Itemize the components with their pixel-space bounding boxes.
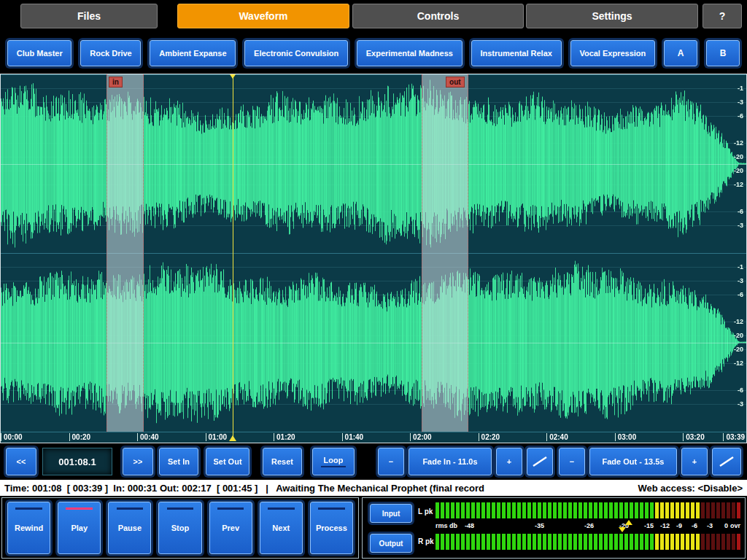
- meter-scale-label: 0: [724, 522, 728, 529]
- meter-segment: [655, 502, 659, 518]
- meter-segment: [650, 534, 654, 550]
- player-button-prev[interactable]: Prev: [209, 502, 252, 554]
- player-controls: RewindPlayPauseStopPrevNextProcess: [1, 497, 359, 559]
- set-in-button[interactable]: Set In: [159, 448, 198, 475]
- preset-instrumental-relax[interactable]: Instrumental Relax: [471, 40, 562, 66]
- meter-segment: [497, 534, 500, 550]
- out-marker-label[interactable]: out: [446, 77, 465, 88]
- left-peak-label: L pk: [418, 508, 433, 516]
- fade-in-increase-button[interactable]: +: [496, 448, 522, 475]
- preset-slot-b-button[interactable]: B: [706, 40, 740, 66]
- web-access-status[interactable]: Web access: <Disable>: [638, 483, 743, 494]
- preset-experimental-madness[interactable]: Experimental Madness: [357, 40, 462, 66]
- meter-segment: [599, 502, 603, 518]
- meter-segment: [512, 534, 516, 550]
- right-level-meter: [436, 534, 742, 550]
- meter-segment: [502, 534, 506, 550]
- loop-label: Loop: [324, 456, 344, 464]
- meter-segment: [676, 534, 679, 550]
- reset-button[interactable]: Reset: [263, 448, 302, 475]
- slope-icon: [532, 455, 548, 468]
- meter-segment: [492, 502, 495, 518]
- output-meter-button[interactable]: Output: [370, 534, 412, 553]
- player-button-rewind[interactable]: Rewind: [7, 502, 50, 554]
- meter-segment: [645, 534, 649, 550]
- meter-segment: [630, 534, 633, 550]
- meter-segment: [568, 502, 572, 518]
- player-button-stop[interactable]: Stop: [158, 502, 201, 554]
- meter-segment: [599, 534, 603, 550]
- meter-segment: [706, 502, 710, 518]
- preset-bar: Club Master Rock Drive Ambient Expanse E…: [0, 32, 747, 74]
- fade-in-button[interactable]: Fade In - 11.0s: [409, 448, 492, 475]
- meter-segment: [686, 534, 689, 550]
- tab-waveform[interactable]: Waveform: [177, 4, 349, 28]
- help-button[interactable]: ?: [703, 4, 742, 28]
- fade-out-slope-button[interactable]: [712, 448, 741, 475]
- preset-slot-a-button[interactable]: A: [664, 40, 697, 66]
- player-label: Prev: [210, 502, 252, 553]
- slope-icon: [719, 455, 735, 468]
- player-button-process[interactable]: Process: [310, 502, 353, 554]
- edit-toolbar: << 001:08.1 >> Set In Set Out Reset Loop…: [0, 443, 747, 480]
- player-button-next[interactable]: Next: [260, 502, 303, 554]
- meter-segment: [441, 534, 444, 550]
- meter-segment: [681, 502, 684, 518]
- meter-scale-label: -48: [465, 522, 474, 529]
- right-peak-marker-icon: [619, 527, 626, 532]
- level-meters-panel: Input Output L pk R pk rms db-48-35-26-2…: [362, 497, 746, 559]
- meter-segment: [727, 502, 730, 518]
- meter-segment: [512, 502, 516, 518]
- preset-electronic-convulsion[interactable]: Electronic Convulsion: [244, 40, 348, 66]
- meter-segment: [681, 534, 684, 550]
- preset-ambient-expanse[interactable]: Ambient Expanse: [150, 40, 236, 66]
- fade-out-region[interactable]: [422, 74, 468, 432]
- meter-segment: [538, 534, 541, 550]
- meter-scale-label: -15: [644, 522, 654, 529]
- input-meter-button[interactable]: Input: [370, 504, 412, 523]
- bottom-panel: RewindPlayPauseStopPrevNextProcess Input…: [0, 497, 747, 559]
- meter-segment: [517, 502, 521, 518]
- in-marker-label[interactable]: in: [109, 77, 123, 88]
- loop-button[interactable]: Loop: [312, 448, 355, 475]
- preset-club-master[interactable]: Club Master: [7, 40, 71, 66]
- fade-in-slope-button[interactable]: [527, 448, 553, 475]
- meter-segment: [696, 534, 700, 550]
- meter-segment: [507, 534, 511, 550]
- fade-out-decrease-button[interactable]: −: [559, 448, 585, 475]
- preset-vocal-expression[interactable]: Vocal Expression: [570, 40, 655, 66]
- meter-segment: [522, 534, 526, 550]
- meter-segment: [578, 502, 582, 518]
- playhead[interactable]: [233, 74, 233, 441]
- left-level-meter: [436, 502, 742, 518]
- tab-files[interactable]: Files: [20, 4, 158, 28]
- tab-settings[interactable]: Settings: [526, 4, 698, 28]
- meter-segment: [589, 534, 592, 550]
- meter-segment: [553, 534, 557, 550]
- preset-rock-drive[interactable]: Rock Drive: [80, 40, 141, 66]
- meter-segment: [466, 502, 470, 518]
- meter-scale-title: rms db: [436, 522, 457, 529]
- player-button-pause[interactable]: Pause: [108, 502, 151, 554]
- meter-segment: [553, 502, 557, 518]
- meter-segment: [619, 502, 623, 518]
- fade-in-decrease-button[interactable]: −: [378, 448, 404, 475]
- waveform-display[interactable]: in out -1-3-6-12-20-20-12-6-3-1-3-6-12-2…: [0, 74, 747, 443]
- seek-back-button[interactable]: <<: [6, 448, 36, 475]
- meter-segment: [609, 534, 613, 550]
- tab-controls[interactable]: Controls: [352, 4, 524, 28]
- meter-scale-label: ovr: [730, 522, 740, 529]
- meter-segment: [696, 502, 700, 518]
- seek-forward-button[interactable]: >>: [123, 448, 153, 475]
- set-out-button[interactable]: Set Out: [206, 448, 249, 475]
- meter-segment: [517, 534, 521, 550]
- meter-segment: [640, 534, 643, 550]
- fade-out-button[interactable]: Fade Out - 13.5s: [589, 448, 677, 475]
- meter-segment: [466, 534, 470, 550]
- fade-in-region[interactable]: [107, 74, 144, 432]
- player-button-play[interactable]: Play: [58, 502, 101, 554]
- player-label: Process: [311, 502, 352, 553]
- meter-segment: [604, 534, 608, 550]
- meter-segment: [609, 502, 613, 518]
- fade-out-increase-button[interactable]: +: [681, 448, 708, 475]
